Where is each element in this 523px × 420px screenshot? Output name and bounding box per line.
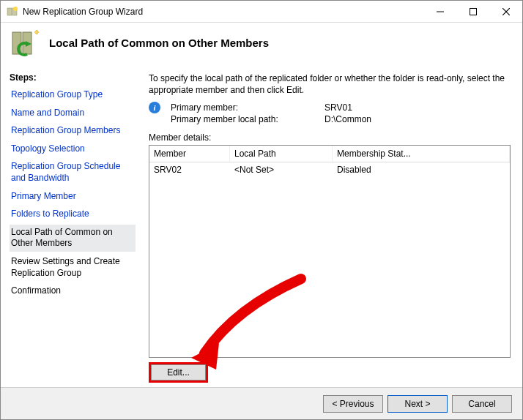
previous-button[interactable]: < Previous: [323, 395, 383, 413]
step-item[interactable]: Topology Selection: [10, 141, 136, 157]
edit-button-highlight: Edit...: [149, 362, 208, 383]
titlebar: New Replication Group Wizard: [1, 1, 522, 23]
step-item[interactable]: Folders to Replicate: [10, 206, 136, 222]
app-icon: [7, 6, 18, 18]
primary-member-value: SRV01: [324, 102, 511, 113]
step-item[interactable]: Replication Group Type: [10, 87, 136, 103]
minimize-button[interactable]: [423, 1, 456, 22]
table-row[interactable]: SRV02<Not Set>Disabled: [149, 162, 510, 177]
step-item: Review Settings and Create Replication G…: [10, 254, 136, 281]
instruction-text: To specify the local path of the replica…: [149, 72, 511, 96]
cell-local-path: <Not Set>: [230, 162, 333, 177]
info-icon: i: [149, 102, 160, 113]
step-item: Confirmation: [10, 283, 136, 299]
wizard-footer: < Previous Next > Cancel: [1, 387, 522, 419]
window-title: New Replication Group Wizard: [23, 7, 143, 17]
close-button[interactable]: [489, 1, 522, 22]
primary-member-label: Primary member:: [171, 102, 324, 113]
steps-sidebar: Steps: Replication Group TypeName and Do…: [1, 65, 138, 387]
step-item[interactable]: Replication Group Schedule and Bandwidth: [10, 159, 136, 186]
svg-point-2: [13, 7, 18, 11]
wizard-header: Local Path of Common on Other Members: [1, 23, 522, 65]
member-details-table[interactable]: Member Local Path Membership Stat... SRV…: [149, 145, 511, 358]
maximize-button[interactable]: [456, 1, 489, 22]
primary-path-value: D:\Common: [324, 114, 511, 124]
cell-member: SRV02: [149, 162, 230, 177]
svg-rect-4: [470, 8, 476, 15]
col-membership-status[interactable]: Membership Stat...: [333, 146, 510, 162]
step-item[interactable]: Replication Group Members: [10, 123, 136, 139]
cancel-button[interactable]: Cancel: [452, 395, 512, 413]
edit-button[interactable]: Edit...: [151, 364, 206, 380]
step-item[interactable]: Name and Domain: [10, 105, 136, 121]
col-member[interactable]: Member: [149, 146, 230, 162]
col-local-path[interactable]: Local Path: [230, 146, 333, 162]
cell-status: Disabled: [333, 162, 510, 177]
svg-rect-0: [7, 8, 12, 15]
page-title: Local Path of Common on Other Members: [49, 37, 269, 49]
steps-title: Steps:: [10, 72, 136, 83]
step-item[interactable]: Primary Member: [10, 189, 136, 205]
table-header: Member Local Path Membership Stat...: [149, 146, 510, 162]
wizard-icon: [10, 26, 42, 59]
member-details-label: Member details:: [149, 132, 511, 143]
primary-path-label: Primary member local path:: [171, 114, 324, 124]
next-button[interactable]: Next >: [387, 395, 448, 413]
step-item: Local Path of Common on Other Members: [10, 225, 136, 252]
window-controls: [423, 1, 522, 22]
content-pane: To specify the local path of the replica…: [138, 65, 522, 387]
